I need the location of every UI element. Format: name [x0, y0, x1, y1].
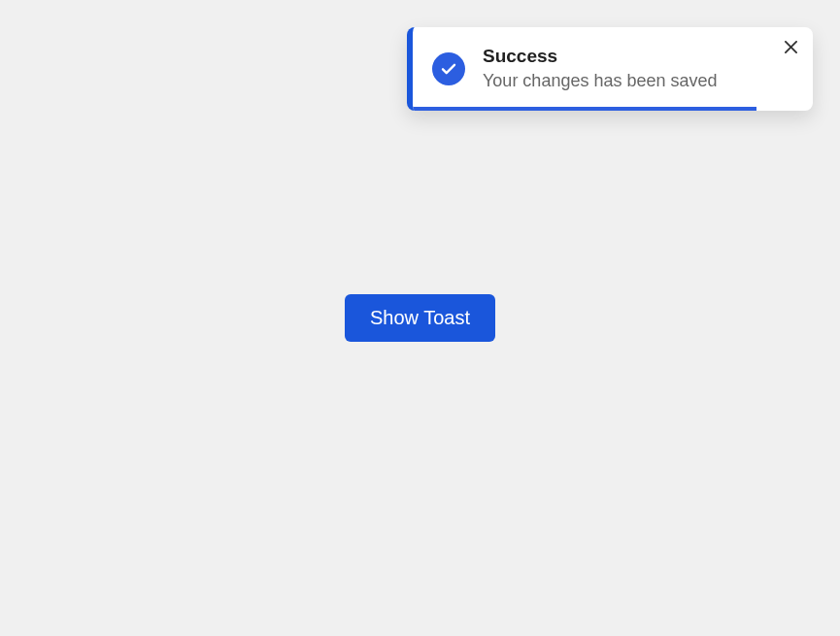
toast-content: Success Your changes has been saved [483, 45, 793, 93]
check-icon [432, 52, 465, 85]
toast-message: Your changes has been saved [483, 69, 793, 93]
toast-title: Success [483, 45, 793, 69]
show-toast-button[interactable]: Show Toast [345, 294, 495, 342]
close-icon[interactable] [783, 39, 799, 55]
toast-notification: Success Your changes has been saved [407, 27, 813, 111]
toast-progress-bar [413, 107, 756, 111]
